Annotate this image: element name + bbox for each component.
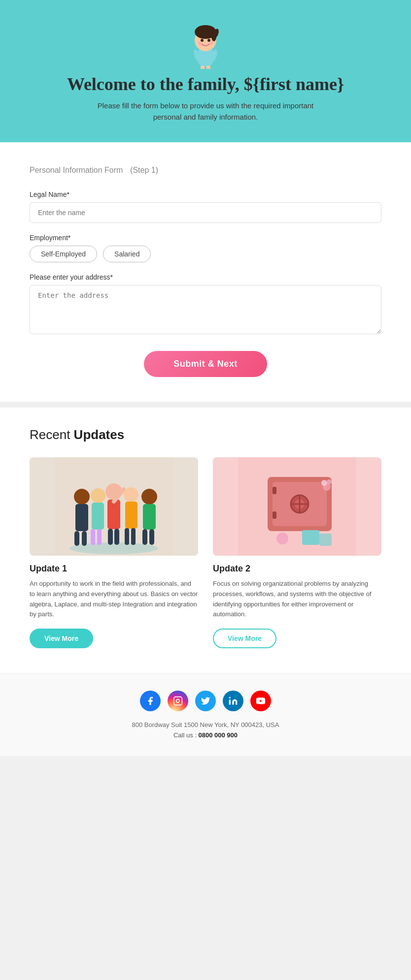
svg-rect-44 (273, 511, 276, 519)
svg-point-54 (229, 697, 231, 698)
svg-rect-26 (108, 529, 113, 545)
svg-rect-18 (82, 531, 87, 546)
salaried-button[interactable]: Salaried (103, 246, 151, 262)
legal-name-group: Legal Name* (30, 190, 381, 223)
self-employed-button[interactable]: Self-Employed (30, 246, 97, 262)
svg-rect-21 (91, 529, 95, 545)
hero-section: Welcome to the family, ${first name} Ple… (0, 0, 411, 142)
twitter-icon[interactable] (195, 691, 216, 711)
svg-rect-31 (131, 528, 136, 545)
address-group: Please enter your address* (30, 273, 381, 336)
address-label: Please enter your address* (30, 273, 381, 281)
update-2-view-more-button[interactable]: View More (213, 629, 276, 648)
linkedin-icon[interactable] (223, 691, 243, 711)
svg-rect-20 (92, 503, 104, 530)
svg-point-19 (91, 488, 105, 503)
employment-label: Employment* (30, 234, 381, 242)
form-step-label: (Step 1) (130, 166, 158, 174)
hero-character-icon (183, 15, 228, 69)
svg-rect-27 (114, 529, 119, 545)
svg-rect-30 (125, 528, 129, 545)
legal-name-label: Legal Name* (30, 190, 381, 198)
social-icons (20, 691, 391, 711)
update-1-view-more-button[interactable]: View More (30, 629, 93, 648)
employment-group: Employment* Self-Employed Salaried (30, 234, 381, 262)
update-1-title: Update 1 (30, 564, 198, 574)
svg-point-50 (276, 533, 288, 544)
svg-rect-16 (75, 504, 88, 531)
svg-point-49 (327, 479, 332, 484)
svg-rect-35 (149, 529, 154, 545)
hero-subtitle: Please fill the form below to provide us… (82, 100, 329, 123)
svg-rect-43 (273, 487, 276, 494)
footer: 800 Bordway Suit 1500 New York, NY 00042… (0, 673, 411, 756)
svg-rect-34 (142, 529, 147, 545)
footer-phone: Call us : 0800 000 900 (20, 731, 391, 739)
updates-title: Recent Updates (30, 427, 381, 443)
submit-next-button[interactable]: Submit & Next (144, 351, 267, 377)
svg-rect-33 (143, 504, 156, 530)
footer-phone-number: 0800 000 900 (199, 731, 238, 739)
svg-rect-29 (125, 502, 137, 529)
svg-point-32 (141, 489, 157, 505)
svg-rect-53 (229, 700, 231, 705)
svg-point-7 (198, 41, 202, 45)
svg-point-48 (321, 480, 327, 486)
update-1-text: An opportunity to work in the field with… (30, 579, 198, 620)
facebook-icon[interactable] (140, 691, 161, 711)
update-card-2: Update 2 Focus on solving organizational… (213, 457, 381, 648)
hero-title: Welcome to the family, ${first name} (67, 74, 344, 95)
update-2-text: Focus on solving organizational problems… (213, 579, 381, 620)
page-wrapper: Welcome to the family, ${first name} Ple… (0, 0, 411, 756)
employment-options: Self-Employed Salaried (30, 246, 381, 262)
form-section: Personal Information Form (Step 1) Legal… (0, 142, 411, 402)
svg-rect-45 (302, 530, 319, 545)
instagram-icon[interactable] (168, 691, 188, 711)
update-2-image (213, 457, 381, 556)
svg-point-28 (124, 487, 138, 502)
footer-phone-label: Call us : (173, 731, 197, 739)
form-title: Personal Information Form (Step 1) (30, 162, 381, 176)
youtube-icon[interactable] (250, 691, 271, 711)
svg-rect-24 (107, 500, 120, 529)
update-2-title: Update 2 (213, 564, 381, 574)
address-input[interactable] (30, 285, 381, 334)
update-1-image (30, 457, 198, 556)
svg-point-8 (209, 41, 213, 45)
svg-rect-46 (319, 534, 332, 546)
svg-rect-22 (97, 529, 102, 545)
svg-rect-17 (74, 531, 79, 546)
svg-rect-51 (174, 697, 182, 705)
svg-point-15 (74, 489, 90, 505)
updates-section: Recent Updates (0, 408, 411, 673)
update-card-1: Update 1 An opportunity to work in the f… (30, 457, 198, 648)
footer-address: 800 Bordway Suit 1500 New York, NY 00042… (20, 721, 391, 728)
legal-name-input[interactable] (30, 202, 381, 223)
updates-grid: Update 1 An opportunity to work in the f… (30, 457, 381, 648)
